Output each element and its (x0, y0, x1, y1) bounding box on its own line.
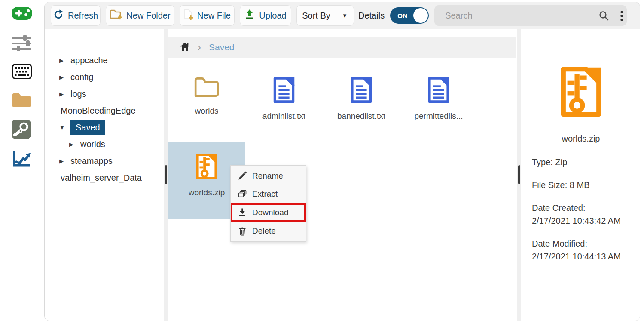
file-browser-main: › Saved worlds adminlist.txt bannedlist.… (168, 29, 517, 321)
steam-icon[interactable] (12, 120, 31, 141)
tree-item-worlds[interactable]: ▶ worlds (45, 136, 164, 153)
file-grid: worlds adminlist.txt bannedlist.txt perm… (168, 62, 516, 321)
sort-by-button[interactable]: Sort By ▼ (296, 5, 354, 26)
context-menu: Rename Extract Download Delete (230, 165, 306, 242)
breadcrumb: › Saved (168, 37, 516, 58)
zip-icon-large (559, 65, 604, 120)
context-menu-rename[interactable]: Rename (231, 167, 306, 185)
search-icon[interactable] (599, 11, 609, 22)
new-folder-label: New Folder (126, 11, 170, 21)
tree-item-config[interactable]: ▶ config (45, 69, 164, 86)
upload-icon (244, 9, 255, 22)
upload-label: Upload (259, 11, 286, 21)
directory-tree: ▶ appcache ▶ config ▶ logs MonoBleedingE… (45, 29, 164, 321)
chevron-down-icon[interactable]: ▼ (336, 6, 354, 25)
refresh-button[interactable]: Refresh (51, 5, 101, 26)
document-icon (349, 76, 373, 105)
zip-icon (195, 153, 219, 182)
tree-item-valheim-server-data[interactable]: valheim_server_Data (45, 170, 164, 186)
new-file-label: New File (197, 11, 231, 21)
new-file-icon (183, 9, 193, 22)
toggle-knob[interactable] (413, 8, 428, 23)
expand-arrow-icon[interactable]: ▶ (59, 91, 70, 97)
new-folder-button[interactable]: New Folder (106, 5, 174, 26)
download-icon (237, 208, 247, 217)
details-modified-label: Date Modified: (532, 237, 632, 250)
refresh-label: Refresh (68, 11, 98, 21)
tree-item-appcache[interactable]: ▶ appcache (45, 52, 164, 69)
stats-chart-icon[interactable] (12, 150, 31, 169)
file-tile-permittedlist[interactable]: permittedlis... (400, 65, 477, 142)
details-toggle[interactable]: ON (390, 7, 429, 24)
resize-handle[interactable] (518, 165, 520, 184)
tree-item-logs[interactable]: ▶ logs (45, 86, 164, 102)
sort-by-label: Sort By (297, 6, 336, 25)
settings-sliders-icon[interactable] (12, 34, 32, 52)
expand-arrow-icon[interactable]: ▶ (69, 141, 80, 148)
app-rail (0, 0, 44, 327)
context-menu-download[interactable]: Download (231, 203, 306, 222)
details-label: Details (358, 11, 385, 21)
folder-icon (193, 76, 220, 100)
document-icon (427, 76, 451, 105)
toggle-state-label: ON (397, 12, 408, 19)
screen: Refresh New Folder New File Upload Sort … (0, 0, 644, 327)
tree-item-steamapps[interactable]: ▶ steamapps (45, 153, 164, 170)
tree-item-monobleedingedge[interactable]: MonoBleedingEdge (45, 102, 164, 119)
extract-icon (237, 189, 247, 199)
folder-icon[interactable] (12, 92, 31, 109)
details-file-name: worlds.zip (521, 134, 640, 144)
upload-button[interactable]: Upload (240, 5, 291, 26)
details-created-value: 2/17/2021 10:43:42 AM (532, 214, 632, 227)
details-created: Date Created: 2/17/2021 10:43:42 AM (532, 201, 632, 227)
file-manager-window: Refresh New Folder New File Upload Sort … (44, 2, 640, 321)
file-manager-toolbar: Refresh New Folder New File Upload Sort … (45, 2, 640, 29)
document-icon (272, 76, 296, 105)
expand-arrow-icon[interactable]: ▶ (59, 57, 70, 64)
resize-handle[interactable] (165, 165, 167, 184)
context-menu-delete[interactable]: Delete (231, 222, 306, 240)
details-panel: worlds.zip Type: Zip File Size: 8 MB Dat… (521, 29, 640, 321)
details-type: Type: Zip (532, 156, 632, 169)
panel-divider-right (517, 29, 521, 321)
file-tile-adminlist[interactable]: adminlist.txt (245, 65, 323, 142)
details-modified: Date Modified: 2/17/2021 10:44:13 AM (532, 237, 632, 263)
home-icon[interactable] (180, 42, 190, 53)
breadcrumb-current[interactable]: Saved (209, 42, 235, 52)
pencil-icon (237, 171, 247, 181)
search-input[interactable] (434, 5, 627, 26)
file-tile-worlds[interactable]: worlds (168, 65, 245, 142)
expand-arrow-icon[interactable]: ▶ (59, 158, 70, 164)
expand-arrow-icon[interactable]: ▶ (59, 74, 70, 80)
context-menu-extract[interactable]: Extract (231, 185, 306, 203)
gamepad-icon[interactable] (12, 6, 32, 22)
panel-divider-left (164, 29, 168, 321)
tree-item-saved[interactable]: ▼ Saved (45, 119, 164, 136)
file-tile-bannedlist[interactable]: bannedlist.txt (323, 65, 400, 142)
new-file-button[interactable]: New File (180, 5, 235, 26)
refresh-icon (53, 9, 64, 22)
trash-icon (237, 226, 247, 236)
keyboard-icon[interactable] (12, 64, 32, 81)
details-modified-value: 2/17/2021 10:44:13 AM (532, 250, 632, 263)
new-folder-icon (110, 9, 122, 22)
search-box (434, 5, 627, 26)
breadcrumb-separator: › (198, 42, 201, 52)
details-size: File Size: 8 MB (532, 179, 632, 191)
kebab-menu-icon[interactable] (620, 10, 623, 23)
collapse-arrow-icon[interactable]: ▼ (59, 124, 70, 131)
details-created-label: Date Created: (532, 201, 632, 214)
